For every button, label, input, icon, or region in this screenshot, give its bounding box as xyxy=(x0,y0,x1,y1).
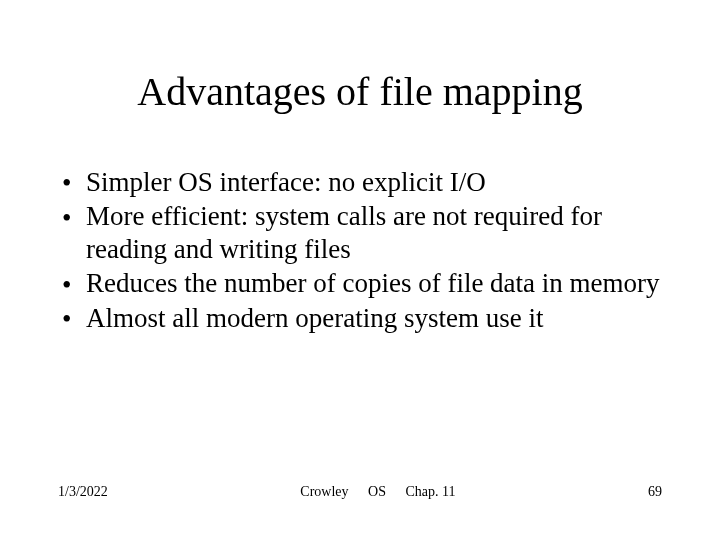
footer-course: OS xyxy=(368,484,386,499)
bullet-dot-icon: • xyxy=(62,167,71,199)
bullet-text: More efficient: system calls are not req… xyxy=(86,201,602,263)
bullet-item: • Simpler OS interface: no explicit I/O xyxy=(58,166,672,198)
footer-center: Crowley OS Chap. 11 xyxy=(108,484,648,500)
bullet-item: • Reduces the number of copies of file d… xyxy=(58,267,672,299)
bullet-text: Simpler OS interface: no explicit I/O xyxy=(86,167,486,197)
bullet-dot-icon: • xyxy=(62,303,71,335)
slide-footer: 1/3/2022 Crowley OS Chap. 11 69 xyxy=(58,484,662,500)
bullet-dot-icon: • xyxy=(62,269,71,301)
footer-chapter: Chap. 11 xyxy=(405,484,455,499)
bullet-dot-icon: • xyxy=(62,202,71,234)
bullet-item: • More efficient: system calls are not r… xyxy=(58,200,672,265)
slide-body: • Simpler OS interface: no explicit I/O … xyxy=(58,166,672,336)
footer-date: 1/3/2022 xyxy=(58,484,108,500)
bullet-text: Almost all modern operating system use i… xyxy=(86,303,543,333)
slide-title: Advantages of file mapping xyxy=(0,68,720,115)
slide: Advantages of file mapping • Simpler OS … xyxy=(0,0,720,540)
bullet-item: • Almost all modern operating system use… xyxy=(58,302,672,334)
bullet-text: Reduces the number of copies of file dat… xyxy=(86,268,660,298)
footer-author: Crowley xyxy=(300,484,348,499)
footer-page-number: 69 xyxy=(648,484,662,500)
